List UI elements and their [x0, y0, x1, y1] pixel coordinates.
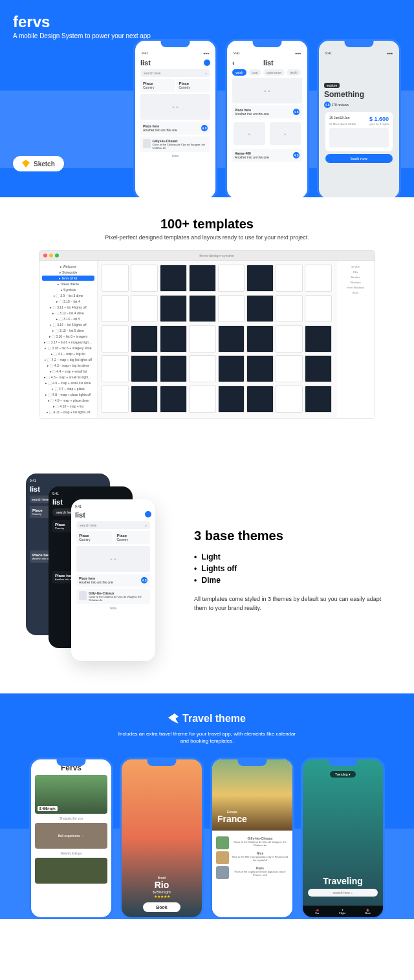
artboard[interactable]: [189, 295, 216, 322]
list-item[interactable]: Gilly-lès-CîteauxClose to the Château de…: [140, 136, 210, 152]
list-item[interactable]: NiceNice is the fifth most populous city…: [216, 851, 289, 864]
artboard[interactable]: [102, 386, 129, 413]
nav-boat[interactable]: ⛵Boat: [365, 908, 370, 915]
artboard[interactable]: [276, 295, 303, 322]
list-item[interactable]: Place hereAnother info on this one4.8: [232, 105, 302, 118]
sidebar-item[interactable]: ▸ ⬚ 4.2 – map + big list lights off: [42, 357, 94, 362]
artboard[interactable]: [276, 386, 303, 413]
artboard[interactable]: [131, 355, 158, 382]
artboard[interactable]: [131, 265, 158, 292]
sidebar-item[interactable]: ▸ ⬚ 3.11 – list 4 lights off: [42, 305, 94, 310]
map-placeholder[interactable]: [329, 128, 389, 147]
sidebar-item[interactable]: ▸ ⬚ 3.18 – list 6 + imagery dime: [42, 345, 94, 351]
sidebar-item[interactable]: ▸ ⬚ 4.4 – map + small list: [42, 369, 94, 374]
artboard[interactable]: [305, 325, 332, 353]
nav-flight[interactable]: ✈Flight: [339, 908, 345, 915]
search-input[interactable]: search here⌕: [140, 69, 210, 77]
place-card[interactable]: PlaceCountry: [177, 79, 211, 92]
artboard[interactable]: [131, 386, 158, 413]
sidebar-item[interactable]: ▸ ⬚ 4.3 – map + big list dime: [42, 363, 94, 368]
sidebar-item[interactable]: ▸ ⬚ 3.13 – list 5: [42, 316, 94, 321]
artboard[interactable]: [218, 325, 245, 353]
artboard[interactable]: [305, 386, 332, 413]
sidebar-item[interactable]: ▸ ⬚ 3.10 – list 4: [42, 299, 94, 304]
sidebar-item[interactable]: ▸ ⬚ 4.1 – map + big list: [42, 351, 94, 356]
artboard[interactable]: [189, 355, 216, 382]
sidebar-item[interactable]: ▸ ⬚ 3.14 – list 5 lights off: [42, 322, 94, 327]
sidebar-item[interactable]: ▸ ⬚ 4.5 – map + small list lights…: [42, 375, 94, 380]
pill-yatch[interactable]: yatch: [232, 69, 246, 76]
phone-mockup-booking: 9:41●●● explore Something 4.8 178 review…: [317, 39, 401, 197]
artboard[interactable]: [305, 265, 332, 292]
sidebar-item[interactable]: ▸ ⬚ 4.8 – map + place lights off: [42, 392, 94, 397]
sidebar-item[interactable]: ▸ ⬚ 3.16 – list 6 + imagery: [42, 334, 94, 339]
date-range[interactable]: 15 Jan/18 Jan: [329, 116, 349, 122]
artboard[interactable]: [102, 295, 129, 322]
search-input[interactable]: search here ⌕: [308, 889, 378, 897]
sidebar-item[interactable]: ▸ ⬚ 4.6 – map + small list dime: [42, 380, 94, 386]
artboard[interactable]: [246, 325, 274, 353]
place-card[interactable]: PlaceCountry: [140, 79, 175, 92]
list-item[interactable]: ParisParis is the capital and most popul…: [216, 866, 289, 879]
sidebar-item[interactable]: ▸ Symbols: [42, 287, 94, 292]
back-icon[interactable]: ‹: [232, 59, 235, 67]
artboard[interactable]: [131, 295, 158, 322]
nav-car[interactable]: 🚗Car: [315, 908, 319, 915]
sidebar-item[interactable]: ▸ ⬚ 3.9 – list 3 dime: [42, 293, 94, 298]
artboard[interactable]: [160, 325, 187, 353]
artboard-canvas[interactable]: [98, 261, 336, 418]
sidebar-item[interactable]: ▸ Styleguide: [42, 270, 94, 275]
artboard[interactable]: [218, 265, 245, 292]
artboard[interactable]: [160, 265, 187, 292]
window-controls[interactable]: [43, 254, 59, 257]
sidebar-item[interactable]: ▸ ⬚ 3.17 – list 6 + imagery light…: [42, 340, 94, 345]
artboard[interactable]: [160, 355, 187, 382]
artboard[interactable]: [305, 355, 332, 382]
artboard[interactable]: [102, 325, 129, 353]
trending-pill[interactable]: Trending ▾: [330, 771, 356, 778]
artboard[interactable]: [246, 355, 274, 382]
list-item[interactable]: Hanse 400Another info on this one4.8: [232, 149, 302, 162]
artboard[interactable]: [246, 265, 274, 292]
pill-catamaran[interactable]: catamaran: [263, 69, 285, 76]
artboard[interactable]: [305, 295, 332, 322]
artboard[interactable]: [276, 265, 303, 292]
artboard[interactable]: [160, 386, 187, 413]
sidebar-item[interactable]: ▸ ⬚ 4.7 – map + place: [42, 386, 94, 391]
sketch-window: fervs-design-system ▸ Welcome▸ Styleguid…: [39, 250, 375, 419]
sidebar-item[interactable]: ▸ ⬚ 3.12 – list 4 dime: [42, 310, 94, 316]
sidebar-item[interactable]: ▸ Welcome: [42, 264, 94, 269]
artboard[interactable]: [160, 295, 187, 322]
artboard[interactable]: [218, 295, 245, 322]
artboard[interactable]: [189, 265, 216, 292]
artboard[interactable]: [246, 295, 274, 322]
artboard[interactable]: [218, 386, 245, 413]
section-label: Nearby listings: [35, 851, 107, 855]
artboard[interactable]: [189, 325, 216, 353]
artboard[interactable]: [131, 325, 158, 353]
book-button[interactable]: Book: [143, 902, 180, 912]
artboard[interactable]: [276, 355, 303, 382]
artboard[interactable]: [276, 325, 303, 353]
inspector-section: Borders: [339, 276, 372, 279]
artboard[interactable]: [102, 355, 129, 382]
sidebar-item[interactable]: ▸ ⬚ 3.15 – list 5 dime: [42, 328, 94, 333]
list-item[interactable]: Place hereAnother info on this one4.8: [140, 122, 210, 135]
book-button[interactable]: book now: [325, 154, 393, 163]
theme-item: Lights off: [194, 564, 388, 573]
sidebar-item[interactable]: ▸ ⬚ 4.9 – map + place dime: [42, 398, 94, 403]
artboard[interactable]: [218, 355, 245, 382]
artboard[interactable]: [102, 265, 129, 292]
sidebar-item[interactable]: ▸ fervs UI kit: [42, 276, 94, 281]
artboard[interactable]: [246, 386, 274, 413]
sidebar-item[interactable]: ▸ ⬚ 4.10 – map + list: [42, 404, 94, 409]
sidebar-item[interactable]: ▸ ⬚ 4.11 – map + list lights off: [42, 409, 94, 415]
list-item[interactable]: Gilly-lès-CîteauxClose to the Château de…: [216, 836, 289, 849]
artboard[interactable]: [189, 386, 216, 413]
pill-jetski[interactable]: jetski: [287, 69, 300, 76]
image-placeholder: ▲▲: [232, 78, 302, 103]
list-item[interactable]: Nice: [139, 154, 212, 158]
pill-boat[interactable]: boat: [248, 69, 261, 76]
sidebar-item[interactable]: ▸ Travel theme: [42, 281, 94, 287]
rating-badge: 4.8: [324, 102, 331, 108]
